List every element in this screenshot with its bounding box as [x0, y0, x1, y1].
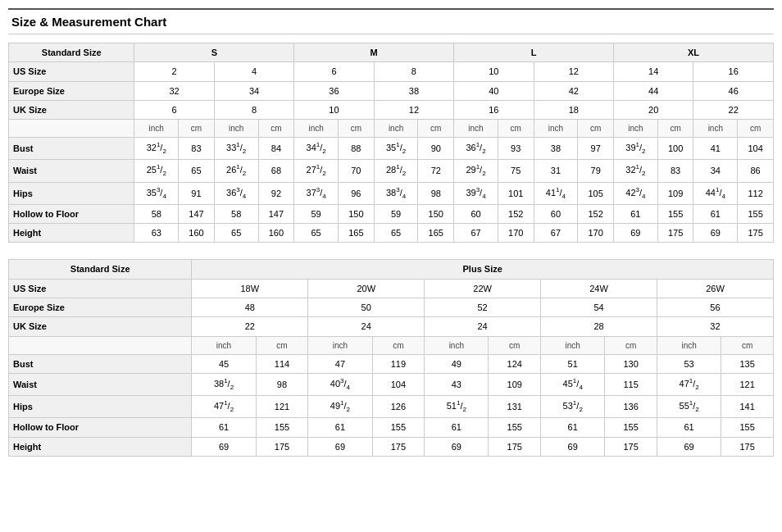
us-12: 12 — [534, 62, 613, 81]
l-header: L — [454, 43, 614, 62]
size-chart-table-1: Standard Size S M L XL US Size 2 4 6 8 1… — [8, 43, 774, 243]
us-6: 6 — [294, 62, 374, 81]
plus-size-header: Plus Size — [192, 260, 774, 279]
us-8: 8 — [374, 62, 453, 81]
bust-label: Bust — [9, 138, 134, 160]
s-header: S — [134, 43, 294, 62]
hollow-to-floor-label-2: Hollow to Floor — [9, 418, 192, 437]
us-size-label: US Size — [9, 62, 134, 81]
uk-size-label-2: UK Size — [9, 317, 192, 336]
height-label: Height — [9, 224, 134, 243]
us-4: 4 — [214, 62, 293, 81]
m-header: M — [294, 43, 454, 62]
uk-size-label: UK Size — [9, 100, 134, 119]
standard-size-header: Standard Size — [9, 43, 134, 62]
page-title: Size & Measurement Chart — [8, 8, 774, 34]
bust-label-2: Bust — [9, 354, 192, 373]
us-size-label-2: US Size — [9, 279, 192, 298]
europe-size-label-2: Europe Size — [9, 298, 192, 317]
xl-header: XL — [614, 43, 774, 62]
hips-label: Hips — [9, 182, 134, 204]
us-2: 2 — [134, 62, 214, 81]
size-chart-table-2: Standard Size Plus Size US Size 18W 20W … — [8, 259, 774, 457]
height-label-2: Height — [9, 437, 192, 456]
us-14: 14 — [614, 62, 693, 81]
waist-label-2: Waist — [9, 373, 192, 395]
hollow-to-floor-label: Hollow to Floor — [9, 204, 134, 223]
hips-label-2: Hips — [9, 396, 192, 418]
europe-size-label: Europe Size — [9, 81, 134, 100]
standard-size-header-2: Standard Size — [9, 260, 192, 279]
us-16: 16 — [693, 62, 774, 81]
waist-label: Waist — [9, 160, 134, 182]
us-10: 10 — [454, 62, 534, 81]
